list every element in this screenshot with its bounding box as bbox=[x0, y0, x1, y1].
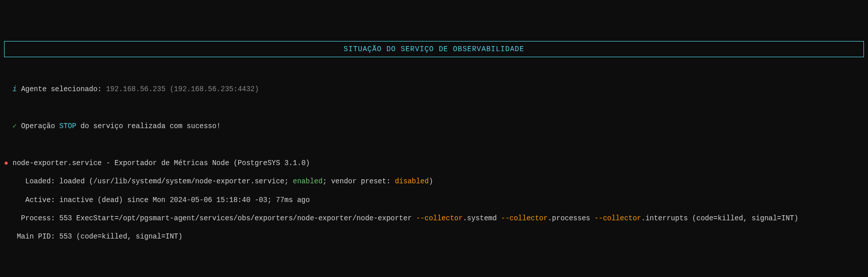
agent-label: Agente selecionado: bbox=[21, 85, 102, 93]
collector-val2: .processes bbox=[547, 214, 594, 222]
active-line: Active: inactive (dead) since Mon 2024-0… bbox=[4, 195, 864, 205]
service-desc: Exportador de Métricas Node (PostgreSYS … bbox=[114, 159, 309, 167]
op-action: STOP bbox=[59, 122, 76, 130]
collector-flag1: --collector bbox=[416, 214, 463, 222]
agent-line: i Agente selecionado: 192.168.56.235 (19… bbox=[4, 85, 864, 94]
disabled-preset: disabled bbox=[395, 177, 429, 185]
loaded-text1: loaded (/usr/lib/systemd/system/node-exp… bbox=[59, 177, 293, 185]
mainpid-text: 553 (code=killed, signal=INT) bbox=[59, 232, 182, 241]
agent-addr: (192.168.56.235:4432) bbox=[170, 85, 259, 93]
active-label: Active: bbox=[25, 196, 55, 204]
active-text: inactive (dead) since Mon 2024-05-06 15:… bbox=[59, 196, 310, 204]
blank-line bbox=[4, 103, 864, 112]
blank-line bbox=[4, 140, 864, 149]
loaded-text3: ) bbox=[429, 177, 433, 185]
agent-ip: 192.168.56.235 bbox=[106, 85, 166, 93]
status-dot-icon: ● bbox=[4, 159, 8, 167]
check-icon: ✓ bbox=[13, 122, 17, 130]
header-title: SITUAÇÃO DO SERVIÇO DE OBSERVABILIDADE bbox=[344, 45, 524, 53]
loaded-text2: ; vendor preset: bbox=[323, 177, 395, 185]
collector-val1: .systemd bbox=[463, 214, 501, 222]
info-icon: i bbox=[13, 85, 17, 93]
blank-line bbox=[4, 251, 864, 260]
mainpid-line: Main PID: 553 (code=killed, signal=INT) bbox=[4, 232, 864, 241]
process-line: Process: 553 ExecStart=/opt/pgsmart-agen… bbox=[4, 214, 864, 223]
service-name: node-exporter.service bbox=[13, 159, 102, 167]
header-title-box: SITUAÇÃO DO SERVIÇO DE OBSERVABILIDADE bbox=[4, 41, 864, 57]
loaded-label: Loaded: bbox=[25, 177, 55, 185]
sep: - bbox=[102, 159, 114, 167]
service-header: ● node-exporter.service - Exportador de … bbox=[4, 159, 864, 168]
enabled-text: enabled bbox=[293, 177, 323, 185]
op-prefix: Operação bbox=[21, 122, 60, 130]
process-label: Process: bbox=[21, 214, 55, 222]
collector-flag3: --collector bbox=[595, 214, 641, 222]
collector-flag2: --collector bbox=[501, 214, 547, 222]
op-suffix: do serviço realizada com sucesso! bbox=[76, 122, 221, 130]
loaded-line: Loaded: loaded (/usr/lib/systemd/system/… bbox=[4, 177, 864, 186]
mainpid-label: Main PID: bbox=[17, 232, 55, 241]
operation-line: ✓ Operação STOP do serviço realizada com… bbox=[4, 122, 864, 131]
collector-val3: .interrupts (code=killed, signal=INT) bbox=[641, 214, 798, 222]
process-text1: 553 ExecStart=/opt/pgsmart-agent/service… bbox=[59, 214, 416, 222]
